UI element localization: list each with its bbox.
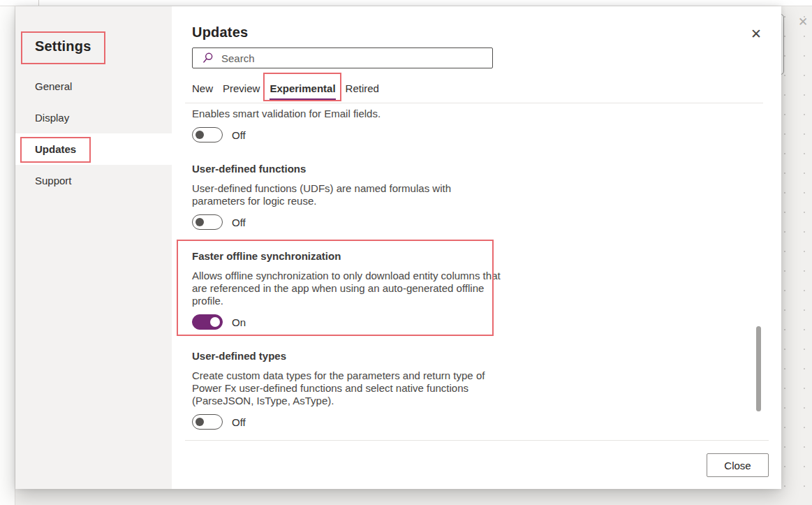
search-icon — [202, 52, 214, 64]
updates-pane: Updates ✕ New Preview Experimental Retir… — [172, 6, 781, 489]
sidebar-item-label: Display — [35, 112, 69, 124]
toggle-row: On — [192, 314, 513, 330]
sidebar-title: Settings — [15, 38, 172, 54]
user-defined-functions-toggle[interactable] — [192, 214, 223, 230]
footer-divider — [185, 440, 769, 441]
settings-list: Enables smart validation for Email field… — [192, 108, 513, 430]
tab-retired[interactable]: Retired — [346, 82, 379, 101]
sidebar-item-label: Support — [35, 175, 72, 186]
setting-description: Enables smart validation for Email field… — [192, 108, 503, 120]
tab-divider — [185, 103, 763, 103]
page-title: Updates — [192, 24, 781, 41]
setting-user-defined-types: User-defined types Create custom data ty… — [192, 349, 513, 430]
scrollbar-thumb[interactable] — [756, 326, 761, 411]
toggle-row: Off — [192, 214, 513, 230]
sidebar-item-display[interactable]: Display — [15, 102, 172, 133]
app-left-rail — [0, 6, 15, 505]
sidebar-nav: General Display Updates Support — [15, 71, 172, 196]
tab-experimental[interactable]: Experimental — [270, 82, 335, 101]
top-bar-divider — [38, 0, 39, 6]
tab-new[interactable]: New — [192, 82, 213, 101]
setting-user-defined-functions: User-defined functions User-defined func… — [192, 162, 513, 230]
sidebar-item-updates[interactable]: Updates — [15, 133, 172, 165]
settings-dialog: Settings General Display Updates Support… — [15, 6, 781, 489]
setting-heading: User-defined functions — [192, 162, 513, 176]
setting-heading: User-defined types — [192, 349, 513, 363]
sidebar-item-general[interactable]: General — [15, 71, 172, 102]
smart-validation-toggle[interactable] — [192, 127, 223, 142]
tab-preview[interactable]: Preview — [223, 82, 260, 101]
toggle-row: Off — [192, 414, 513, 430]
toggle-row: Off — [192, 127, 513, 142]
setting-heading: Faster offline synchronization — [192, 249, 513, 263]
setting-description: Create custom data types for the paramet… — [192, 369, 503, 407]
toggle-knob — [195, 218, 204, 226]
close-icon[interactable]: ✕ — [751, 27, 762, 41]
setting-smart-validation: Enables smart validation for Email field… — [192, 108, 513, 142]
toggle-state-label: On — [232, 316, 246, 328]
setting-description: User-defined functions (UDFs) are named … — [192, 182, 503, 207]
settings-sidebar: Settings General Display Updates Support — [15, 6, 172, 489]
background-panel-close-icon[interactable]: ✕ — [798, 15, 808, 29]
sidebar-item-label: Updates — [35, 143, 76, 155]
toggle-state-label: Off — [232, 416, 246, 428]
toggle-knob — [195, 418, 204, 426]
search-input[interactable] — [221, 52, 487, 64]
sidebar-item-label: General — [35, 80, 72, 92]
close-button[interactable]: Close — [707, 453, 769, 477]
toggle-knob — [195, 131, 204, 139]
toggle-knob — [210, 317, 220, 327]
sidebar-item-support[interactable]: Support — [15, 165, 172, 196]
user-defined-types-toggle[interactable] — [192, 414, 223, 430]
faster-offline-sync-toggle[interactable] — [192, 314, 223, 330]
setting-description: Allows offline synchronization to only d… — [192, 270, 503, 307]
toggle-state-label: Off — [232, 217, 246, 228]
search-box[interactable] — [192, 47, 493, 68]
tab-bar: New Preview Experimental Retired — [192, 82, 781, 101]
app-top-bar — [0, 0, 812, 6]
toggle-state-label: Off — [232, 129, 246, 141]
setting-faster-offline-sync: Faster offline synchronization Allows of… — [192, 249, 513, 330]
